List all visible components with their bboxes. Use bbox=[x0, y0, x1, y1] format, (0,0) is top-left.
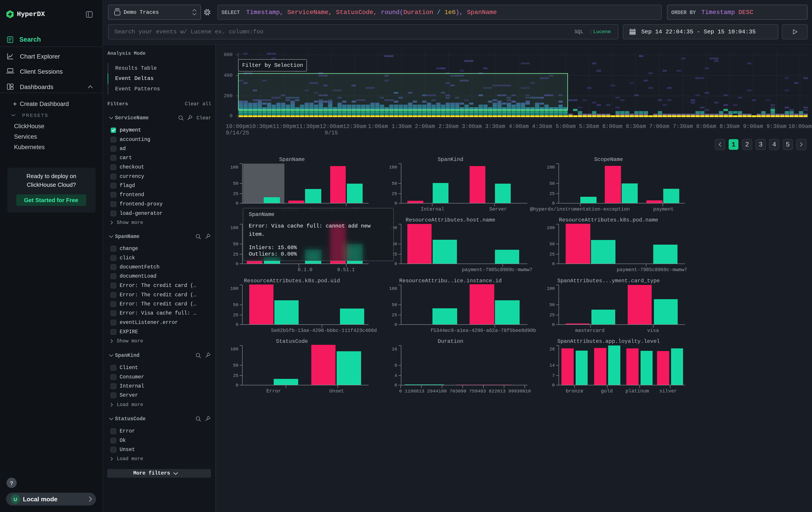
svg-text:1:00am: 1:00am bbox=[368, 123, 388, 130]
svg-text:StatusCode,: StatusCode, bbox=[336, 9, 377, 16]
svg-text:4: 4 bbox=[395, 373, 397, 378]
svg-text:bronze: bronze bbox=[566, 388, 583, 394]
svg-text:gold: gold bbox=[601, 388, 613, 394]
svg-text:4:00am: 4:00am bbox=[509, 123, 529, 130]
svg-text:9:30am: 9:30am bbox=[766, 123, 786, 130]
svg-text:documentLoad: documentLoad bbox=[120, 273, 156, 279]
svg-text:item.: item. bbox=[249, 231, 265, 237]
svg-text:10:00am: 10:00am bbox=[788, 123, 812, 130]
svg-text:25: 25 bbox=[549, 313, 555, 318]
svg-text:Timestamp,: Timestamp, bbox=[246, 9, 284, 16]
svg-text:25: 25 bbox=[233, 313, 238, 318]
svg-text:1:30am: 1:30am bbox=[392, 123, 411, 130]
svg-text:frontend-proxy: frontend-proxy bbox=[120, 201, 163, 207]
svg-text:Ok: Ok bbox=[120, 438, 126, 443]
svg-text:50: 50 bbox=[233, 242, 238, 247]
svg-text:3: 3 bbox=[759, 141, 763, 149]
svg-text:50: 50 bbox=[233, 363, 238, 368]
svg-text:ServiceName,: ServiceName, bbox=[287, 9, 332, 16]
svg-text:600: 600 bbox=[224, 52, 233, 58]
svg-text:2: 2 bbox=[745, 141, 749, 149]
svg-text:9/14/25: 9/14/25 bbox=[226, 130, 249, 136]
svg-text:200: 200 bbox=[224, 93, 233, 99]
svg-text:100: 100 bbox=[230, 286, 238, 291]
svg-text:Inliers: 15.60%: Inliers: 15.60% bbox=[249, 245, 297, 251]
svg-text:Results Table: Results Table bbox=[115, 65, 157, 71]
svg-text:50: 50 bbox=[392, 302, 397, 307]
svg-text:documentFetch: documentFetch bbox=[120, 264, 160, 270]
svg-text:1e6: 1e6 bbox=[444, 9, 456, 16]
svg-text:Get Started for Free: Get Started for Free bbox=[24, 197, 78, 204]
svg-text:StatusCode: StatusCode bbox=[276, 339, 308, 344]
svg-text:click: click bbox=[120, 255, 135, 261]
svg-text:frontend: frontend bbox=[120, 192, 144, 198]
svg-text:Event Deltas: Event Deltas bbox=[115, 76, 154, 81]
svg-text:load-generator: load-generator bbox=[120, 211, 163, 216]
svg-text:0: 0 bbox=[236, 383, 238, 388]
svg-text:SQL: SQL bbox=[575, 29, 583, 35]
svg-text:checkout: checkout bbox=[120, 164, 144, 170]
svg-text:SpanKind: SpanKind bbox=[438, 157, 463, 162]
svg-text:100: 100 bbox=[230, 165, 238, 170]
svg-text:Server: Server bbox=[489, 207, 507, 212]
svg-text:Services: Services bbox=[14, 133, 37, 140]
svg-text:0.51.1: 0.51.1 bbox=[337, 267, 355, 273]
svg-text:11:30pm: 11:30pm bbox=[296, 123, 319, 130]
svg-text:Clear: Clear bbox=[197, 115, 211, 121]
svg-text:Error: The credit card (…: Error: The credit card (… bbox=[120, 283, 196, 289]
svg-text:0: 0 bbox=[230, 113, 233, 119]
svg-text:payment-7985c8969c-mwmw7: payment-7985c8969c-mwmw7 bbox=[617, 267, 687, 273]
svg-text:100: 100 bbox=[389, 165, 397, 170]
svg-text:100: 100 bbox=[547, 165, 555, 170]
svg-text:0: 0 bbox=[395, 201, 397, 206]
svg-text:currency: currency bbox=[120, 173, 144, 180]
svg-text:),: ), bbox=[456, 9, 463, 16]
svg-text:Local mode: Local mode bbox=[23, 496, 58, 503]
svg-text:|: | bbox=[589, 29, 592, 35]
svg-text:Error: The credit card (…: Error: The credit card (… bbox=[120, 292, 196, 298]
svg-text:0: 0 bbox=[552, 383, 555, 388]
svg-text:12:30am: 12:30am bbox=[343, 123, 366, 130]
svg-text:50: 50 bbox=[392, 181, 397, 186]
svg-text:Search: Search bbox=[19, 36, 41, 43]
svg-text:5:30am: 5:30am bbox=[579, 123, 599, 130]
svg-text:SpanName: SpanName bbox=[249, 212, 274, 217]
svg-text:8: 8 bbox=[395, 363, 397, 368]
svg-text:ScopeName: ScopeName bbox=[594, 157, 623, 162]
svg-text:Duration: Duration bbox=[438, 339, 463, 344]
svg-text:100: 100 bbox=[547, 225, 555, 231]
svg-text:EXPIRE: EXPIRE bbox=[120, 329, 138, 335]
svg-text:0: 0 bbox=[236, 201, 238, 206]
svg-text:14: 14 bbox=[549, 363, 555, 368]
svg-text:0.1.0: 0.1.0 bbox=[298, 267, 312, 273]
svg-text:U: U bbox=[13, 496, 17, 502]
svg-text:Internal: Internal bbox=[421, 207, 444, 212]
svg-text:25: 25 bbox=[233, 191, 238, 196]
svg-text:50: 50 bbox=[549, 242, 555, 247]
svg-text:25: 25 bbox=[392, 313, 397, 318]
svg-text:StatusCode: StatusCode bbox=[115, 416, 146, 422]
svg-text:11:00pm: 11:00pm bbox=[272, 123, 296, 130]
svg-text:Client Sessions: Client Sessions bbox=[20, 68, 63, 75]
svg-text:Chart Explorer: Chart Explorer bbox=[20, 53, 60, 60]
svg-text:0: 0 bbox=[395, 322, 397, 327]
svg-text:change: change bbox=[120, 246, 138, 251]
svg-text:Ready to deploy on: Ready to deploy on bbox=[26, 173, 76, 180]
svg-text:100: 100 bbox=[230, 225, 238, 231]
svg-text:25: 25 bbox=[549, 252, 555, 257]
svg-text:ad: ad bbox=[120, 146, 126, 152]
svg-text:0: 0 bbox=[552, 201, 555, 206]
svg-text:ResourceAttribu..ice.instance.: ResourceAttribu..ice.instance.id bbox=[399, 278, 502, 284]
svg-text:payment: payment bbox=[120, 127, 141, 133]
svg-text:platinum: platinum bbox=[626, 388, 649, 394]
svg-text:10:30pm: 10:30pm bbox=[249, 123, 272, 130]
svg-text:8:00am: 8:00am bbox=[696, 123, 716, 130]
svg-text:Error: Visa cache full: cannot: Error: Visa cache full: cannot add new bbox=[249, 223, 371, 229]
svg-text:eventListener.error: eventListener.error bbox=[120, 320, 178, 325]
svg-text:Error: Error bbox=[120, 428, 135, 434]
svg-text:SELECT: SELECT bbox=[222, 10, 240, 16]
svg-text:mastercard: mastercard bbox=[575, 328, 605, 333]
svg-text:ServiceName: ServiceName bbox=[115, 115, 149, 121]
svg-text:Event Patterns: Event Patterns bbox=[115, 86, 160, 92]
svg-text:silver: silver bbox=[659, 388, 677, 394]
